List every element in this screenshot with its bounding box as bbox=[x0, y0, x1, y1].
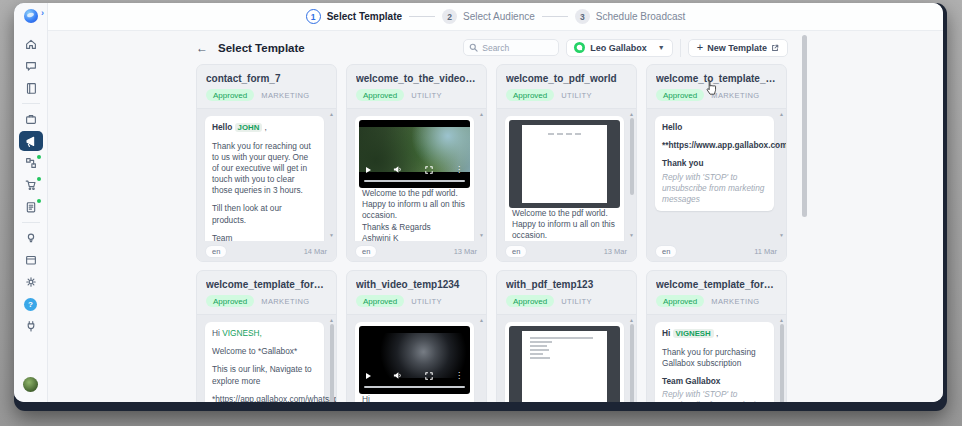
scroll-down-icon[interactable]: ▼ bbox=[329, 233, 334, 238]
template-preview: ▲▼Hi VIGNESH,Welcome to *Gallabox*This i… bbox=[197, 314, 336, 402]
video-preview: ⋮ bbox=[359, 120, 470, 188]
scroll-up-icon[interactable]: ▲ bbox=[329, 318, 334, 323]
kebab-menu-icon[interactable]: ⋮ bbox=[455, 372, 463, 380]
volume-icon[interactable] bbox=[393, 371, 402, 380]
scroll-down-icon[interactable]: ▼ bbox=[779, 233, 784, 238]
step-schedule-broadcast[interactable]: 3 Schedule Broadcast bbox=[575, 9, 686, 24]
sidebar-item-home[interactable] bbox=[19, 34, 43, 54]
template-name: welcome_to_the_video_world bbox=[356, 73, 477, 84]
search-input[interactable] bbox=[463, 39, 559, 56]
play-icon[interactable] bbox=[366, 167, 371, 173]
body-text: Team Gallabox bbox=[662, 376, 720, 386]
template-card[interactable]: welcome_to_template_newApprovedMARKETING… bbox=[646, 64, 787, 262]
language-badge: en bbox=[206, 246, 226, 257]
preview-scrollbar[interactable] bbox=[780, 324, 784, 402]
template-card[interactable]: welcome_to_the_video_worldApprovedUTILIT… bbox=[346, 64, 487, 262]
message-bubble: Hello**https://www.app.gallabox.com/**Th… bbox=[655, 116, 774, 211]
template-card[interactable]: contact_form_7ApprovedMARKETING▲▼Hello J… bbox=[196, 64, 337, 262]
sidebar-item-broadcast[interactable] bbox=[19, 131, 43, 151]
channel-name: Leo Gallabox bbox=[590, 43, 647, 53]
app-window: › ? 1 Select Template 2 Select Audience bbox=[14, 3, 947, 411]
template-preview: ▲▼Hello JOHN ,Thank you for reaching out… bbox=[197, 108, 336, 241]
template-card[interactable]: with_video_temp1234ApprovedUTILITY▲▼⋮Hiw… bbox=[346, 270, 487, 402]
category-label: UTILITY bbox=[561, 91, 592, 100]
body-text: Till then look at our products. bbox=[212, 203, 282, 224]
whatsapp-icon bbox=[574, 42, 585, 53]
sidebar-item-contacts[interactable] bbox=[19, 78, 43, 98]
preview-scrollbar[interactable] bbox=[630, 324, 634, 402]
step-label: Schedule Broadcast bbox=[596, 11, 686, 22]
preview-scrollbar[interactable] bbox=[630, 118, 634, 195]
sidebar-item-flows[interactable] bbox=[19, 153, 43, 173]
status-badge: Approved bbox=[656, 295, 704, 307]
category-label: MARKETING bbox=[261, 91, 309, 100]
fullscreen-icon[interactable] bbox=[425, 372, 433, 380]
page-scrollbar[interactable] bbox=[802, 35, 807, 217]
template-preview: ▲▼⋮Hiwelcome to gallabox bbox=[347, 314, 486, 402]
user-avatar[interactable] bbox=[23, 377, 38, 392]
scroll-up-icon[interactable]: ▲ bbox=[479, 112, 484, 117]
message-paragraph: Welcome to the pdf world. Happy to infor… bbox=[359, 188, 470, 222]
home-icon bbox=[24, 37, 38, 51]
scroll-up-icon[interactable]: ▲ bbox=[329, 112, 334, 117]
body-text: **https://www.app.gallabox.com/** bbox=[662, 140, 786, 150]
channel-select[interactable]: Leo Gallabox ▼ bbox=[566, 39, 672, 57]
sidebar-item-chats[interactable] bbox=[19, 56, 43, 76]
scroll-up-icon[interactable]: ▲ bbox=[629, 112, 634, 117]
message-paragraph: **https://www.app.gallabox.com/** bbox=[662, 140, 767, 151]
sidebar-divider bbox=[22, 103, 40, 104]
message-paragraph: Thanks & Regards bbox=[359, 222, 470, 233]
sidebar-item-commerce[interactable] bbox=[19, 175, 43, 195]
search-icon bbox=[469, 43, 478, 52]
template-date: 13 Mar bbox=[604, 247, 627, 256]
sidebar-item-payments[interactable] bbox=[19, 250, 43, 270]
template-variable: VIGNESH, bbox=[222, 328, 262, 338]
scroll-up-icon[interactable]: ▲ bbox=[779, 318, 784, 323]
step-select-template[interactable]: 1 Select Template bbox=[306, 9, 402, 24]
new-template-label: New Template bbox=[707, 43, 767, 53]
sidebar-item-insights[interactable] bbox=[19, 228, 43, 248]
message-paragraph: This is our link, Navigate to explore mo… bbox=[212, 364, 317, 386]
volume-icon[interactable] bbox=[393, 165, 402, 174]
sidebar-item-logs[interactable] bbox=[19, 197, 43, 217]
scroll-up-icon[interactable]: ▲ bbox=[479, 318, 484, 323]
message-paragraph: Team bbox=[212, 233, 317, 241]
template-date: 13 Mar bbox=[454, 247, 477, 256]
sidebar-item-help[interactable]: ? bbox=[19, 294, 43, 314]
category-label: MARKETING bbox=[711, 91, 759, 100]
video-progress-bar[interactable] bbox=[364, 386, 465, 389]
sidebar: › ? bbox=[14, 3, 48, 402]
sidebar-item-settings[interactable] bbox=[19, 272, 43, 292]
new-template-button[interactable]: + New Template bbox=[688, 39, 788, 57]
pdf-page bbox=[522, 125, 607, 203]
fullscreen-icon[interactable] bbox=[425, 166, 433, 174]
scroll-up-icon[interactable]: ▲ bbox=[779, 112, 784, 117]
play-icon[interactable] bbox=[366, 373, 371, 379]
step-select-audience[interactable]: 2 Select Audience bbox=[442, 9, 535, 24]
template-card[interactable]: with_pdf_temp123ApprovedUTILITY▲▼ bbox=[496, 270, 637, 402]
message-paragraph: Till then look at our products. bbox=[212, 203, 317, 225]
sidebar-item-campaigns[interactable] bbox=[19, 109, 43, 129]
contacts-icon bbox=[24, 81, 38, 95]
sidebar-expand-icon[interactable]: › bbox=[41, 8, 44, 18]
kebab-menu-icon[interactable]: ⋮ bbox=[455, 166, 463, 174]
language-badge: en bbox=[506, 246, 526, 257]
template-card[interactable]: welcome_template_for_subscri...ApprovedM… bbox=[646, 270, 787, 402]
sidebar-item-integrations[interactable] bbox=[19, 316, 43, 336]
toolbar-divider bbox=[680, 39, 681, 57]
message-paragraph: Hi bbox=[359, 394, 470, 402]
scroll-down-icon[interactable]: ▼ bbox=[629, 233, 634, 238]
search-field[interactable] bbox=[482, 43, 552, 53]
content-area: ← Select Template Leo Gallabox ▼ bbox=[48, 31, 943, 402]
scroll-down-icon[interactable]: ▼ bbox=[479, 233, 484, 238]
back-button[interactable]: ← bbox=[196, 41, 208, 55]
video-progress-bar[interactable] bbox=[364, 180, 465, 183]
body-text: *https://app.gallabox.com/whatsapp-templ… bbox=[212, 394, 336, 402]
template-card[interactable]: welcome_template_for_testingApprovedMARK… bbox=[196, 270, 337, 402]
scroll-up-icon[interactable]: ▲ bbox=[629, 318, 634, 323]
card-footer: en14 Mar bbox=[197, 241, 336, 261]
template-preview: ▲▼Hi VIGNESH ,Thank you for purchasing G… bbox=[647, 314, 786, 402]
template-card[interactable]: welcome_to_pdf_worldApprovedUTILITY▲▼Wel… bbox=[496, 64, 637, 262]
category-label: UTILITY bbox=[561, 297, 592, 306]
preview-scrollbar[interactable] bbox=[330, 324, 334, 402]
